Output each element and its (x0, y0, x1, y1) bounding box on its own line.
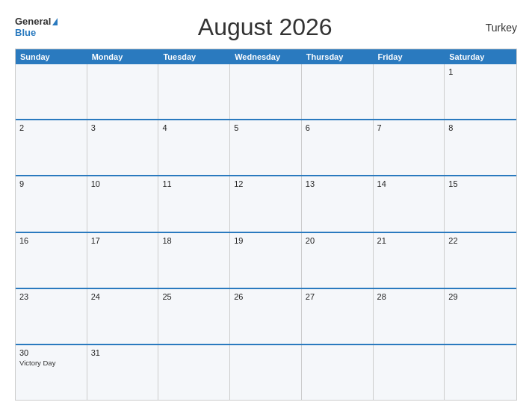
calendar-week-3: 9101112131415 (16, 175, 516, 231)
calendar-cell: 28 (374, 289, 445, 344)
calendar-cell (374, 345, 445, 400)
calendar-cell: 11 (158, 176, 230, 231)
calendar-week-5: 23242526272829 (16, 288, 516, 344)
calendar-week-6: 30Victory Day31 (16, 344, 516, 400)
weekday-header-thursday: Thursday (302, 49, 374, 64)
calendar-week-4: 16171819202122 (16, 232, 516, 288)
day-number: 21 (377, 236, 441, 245)
calendar-cell: 26 (230, 289, 302, 344)
weekday-header-saturday: Saturday (445, 49, 516, 64)
logo-triangle-icon (52, 18, 58, 25)
calendar-cell: 2 (16, 120, 87, 175)
calendar-cell: 14 (374, 176, 445, 231)
calendar-cell (374, 64, 445, 119)
day-number: 15 (448, 179, 513, 188)
country-label: Turkey (472, 22, 517, 34)
calendar-cell: 7 (374, 120, 445, 175)
calendar-cell (158, 345, 230, 400)
calendar-cell (158, 64, 230, 119)
calendar-cell: 29 (445, 289, 516, 344)
day-number: 25 (162, 292, 226, 301)
day-number: 1 (448, 67, 513, 76)
calendar-cell: 23 (16, 289, 87, 344)
logo-blue-text: Blue (15, 28, 36, 38)
calendar-cell: 17 (87, 233, 159, 288)
day-number: 6 (306, 123, 369, 132)
calendar-cell: 5 (230, 120, 302, 175)
day-number: 28 (377, 292, 441, 301)
day-number: 3 (91, 123, 155, 132)
logo: General Blue (15, 16, 58, 38)
calendar-cell: 31 (87, 345, 159, 400)
day-number: 11 (162, 179, 226, 188)
calendar-cell: 6 (302, 120, 374, 175)
weekday-header-friday: Friday (374, 49, 445, 64)
calendar-week-1: 1 (16, 64, 516, 119)
day-number: 29 (448, 292, 513, 301)
month-title: August 2026 (58, 13, 472, 41)
day-number: 4 (162, 123, 226, 132)
day-number: 17 (91, 236, 155, 245)
calendar-cell: 9 (16, 176, 87, 231)
calendar-cell: 24 (87, 289, 159, 344)
calendar-cell (230, 345, 302, 400)
calendar-cell: 20 (302, 233, 374, 288)
calendar-cell: 12 (230, 176, 302, 231)
calendar-cell: 18 (158, 233, 230, 288)
day-number: 2 (19, 123, 83, 132)
calendar-cell: 10 (87, 176, 159, 231)
day-number: 23 (19, 292, 83, 301)
day-number: 26 (234, 292, 297, 301)
calendar-cell: 30Victory Day (16, 345, 87, 400)
day-number: 24 (91, 292, 155, 301)
day-number: 18 (162, 236, 226, 245)
calendar: SundayMondayTuesdayWednesdayThursdayFrid… (15, 49, 517, 401)
day-number: 30 (19, 348, 83, 357)
calendar-cell: 8 (445, 120, 516, 175)
day-number: 31 (91, 348, 155, 357)
calendar-cell (230, 64, 302, 119)
day-number: 9 (19, 179, 83, 188)
header: General Blue August 2026 Turkey (15, 13, 517, 41)
calendar-cell: 4 (158, 120, 230, 175)
day-number: 27 (306, 292, 369, 301)
day-number: 14 (377, 179, 441, 188)
calendar-cell: 19 (230, 233, 302, 288)
day-number: 13 (306, 179, 369, 188)
calendar-cell (302, 64, 374, 119)
day-number: 16 (19, 236, 83, 245)
day-event: Victory Day (19, 359, 83, 367)
day-number: 19 (234, 236, 297, 245)
weekday-header-monday: Monday (87, 49, 159, 64)
calendar-cell: 13 (302, 176, 374, 231)
weekday-header-tuesday: Tuesday (158, 49, 230, 64)
day-number: 5 (234, 123, 297, 132)
calendar-cell: 25 (158, 289, 230, 344)
day-number: 8 (448, 123, 513, 132)
weekday-header-sunday: Sunday (16, 49, 87, 64)
day-number: 12 (234, 179, 297, 188)
logo-general-text: General (15, 16, 51, 27)
calendar-cell: 3 (87, 120, 159, 175)
day-number: 22 (448, 236, 513, 245)
calendar-cell (445, 345, 516, 400)
day-number: 7 (377, 123, 441, 132)
calendar-cell: 15 (445, 176, 516, 231)
calendar-cell: 16 (16, 233, 87, 288)
calendar-cell (302, 345, 374, 400)
calendar-cell: 21 (374, 233, 445, 288)
calendar-cell (16, 64, 87, 119)
calendar-week-2: 2345678 (16, 119, 516, 175)
calendar-header: SundayMondayTuesdayWednesdayThursdayFrid… (16, 49, 516, 64)
weekday-header-wednesday: Wednesday (230, 49, 302, 64)
day-number: 20 (306, 236, 369, 245)
day-number: 10 (91, 179, 155, 188)
calendar-cell: 22 (445, 233, 516, 288)
page: General Blue August 2026 Turkey SundayMo… (0, 0, 532, 411)
calendar-body: 1234567891011121314151617181920212223242… (16, 64, 516, 400)
calendar-cell (87, 64, 159, 119)
calendar-cell: 1 (445, 64, 516, 119)
calendar-cell: 27 (302, 289, 374, 344)
